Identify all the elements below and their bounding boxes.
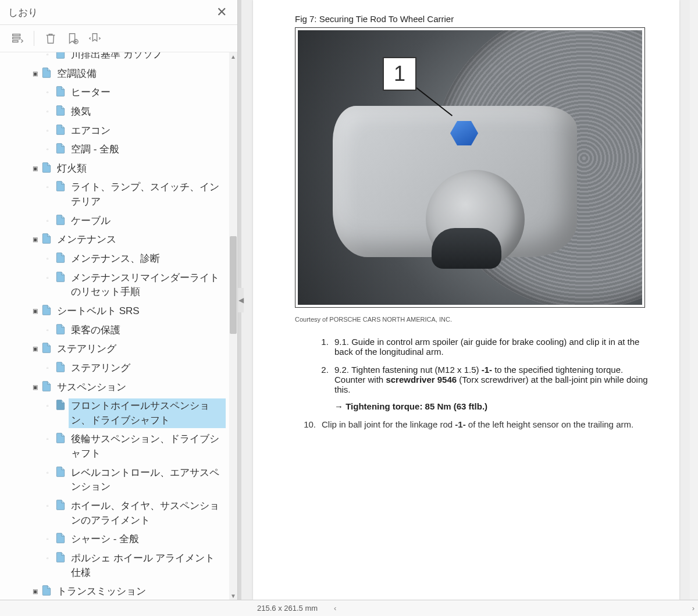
tree-node[interactable]: ▣トランスミッション <box>7 582 227 600</box>
torque-spec: → Tightening torque: 85 Nm (63 ftlb.) <box>334 401 656 411</box>
tree-node-label: トランスミッション <box>55 584 226 600</box>
tree-twisty-icon[interactable]: ▫ <box>47 52 54 59</box>
tree-twisty-icon[interactable]: ▫ <box>47 183 54 192</box>
tree-node[interactable]: ▫シャーシ - 全般 <box>7 530 227 549</box>
tree-node[interactable]: ▫後輪サスペンション、ドライブシャフト <box>7 430 227 463</box>
bookmark-icon <box>55 86 66 97</box>
tree-twisty-icon[interactable]: ▫ <box>47 88 54 97</box>
options-icon[interactable] <box>10 31 24 45</box>
tree-twisty-icon[interactable]: ▫ <box>47 502 54 511</box>
tree-node-label: ケーブル <box>69 213 226 229</box>
step-10: 10. Clip in ball joint for the linkage r… <box>298 419 656 429</box>
panel-collapse-handle[interactable]: ◀ <box>238 288 244 312</box>
tree-twisty-icon[interactable]: ▣ <box>33 307 40 316</box>
tree-node[interactable]: ▣灯火類 <box>7 159 227 179</box>
tree-node-label: 空調設備 <box>55 66 226 82</box>
tree-twisty-icon[interactable]: ▣ <box>33 70 40 79</box>
scroll-up-icon[interactable]: ▲ <box>229 52 237 60</box>
tree-node[interactable]: ▫空調 - 全般 <box>7 140 227 159</box>
document-page: Fig 7: Securing Tie Rod To Wheel Carrier… <box>253 0 679 600</box>
bookmarks-tree[interactable]: ▫川排出基準 カソソノ▣空調設備▫ヒーター▫換気▫エアコン▫空調 - 全般▣灯火… <box>0 52 229 600</box>
figure-caption: Fig 7: Securing Tie Rod To Wheel Carrier <box>295 14 656 24</box>
tree-node[interactable]: ▫エアコン <box>7 122 227 141</box>
tree-twisty-icon[interactable]: ▣ <box>33 587 40 596</box>
tree-node[interactable]: ▫ライト、ランプ、スイッチ、インテリア <box>7 178 227 211</box>
bookmark-icon <box>55 532 66 544</box>
expand-bookmark-icon[interactable] <box>88 31 102 45</box>
tree-twisty-icon[interactable]: ▫ <box>47 554 54 563</box>
tree-twisty-icon[interactable]: ▫ <box>47 469 54 478</box>
tree-twisty-icon[interactable]: ▫ <box>47 364 54 373</box>
doc-scrollbar[interactable] <box>690 0 698 600</box>
image-courtesy: Courtesy of PORSCHE CARS NORTH AMERICA, … <box>295 316 656 323</box>
tree-node[interactable]: ▫ケーブル <box>7 212 227 231</box>
tree-twisty-icon[interactable]: ▫ <box>47 255 54 264</box>
bookmark-icon <box>55 361 66 373</box>
tree-node-label: ヒーター <box>69 85 226 101</box>
tree-node[interactable]: ▣サスペンション <box>7 378 227 397</box>
bookmark-icon <box>41 585 52 596</box>
tree-twisty-icon[interactable]: ▫ <box>47 402 54 411</box>
tree-node-label: 灯火類 <box>55 161 226 177</box>
tree-node[interactable]: ▫ヒーター <box>7 83 227 102</box>
bookmark-icon <box>41 304 52 316</box>
bookmark-icon <box>55 124 66 136</box>
bookmark-icon <box>55 432 66 444</box>
separator <box>34 31 34 46</box>
tree-node[interactable]: ▣メンテナンス <box>7 230 227 250</box>
bookmark-icon <box>55 52 66 59</box>
tree-node[interactable]: ▣ステアリング <box>7 340 227 359</box>
scroll-down-icon[interactable]: ▼ <box>229 592 237 600</box>
add-bookmark-icon[interactable] <box>66 31 80 45</box>
tree-node[interactable]: ▫ホイール、タイヤ、サスペンションのアライメント <box>7 497 227 530</box>
tree-node-label: ステアリング <box>55 341 226 357</box>
bookmarks-toolbar <box>0 25 237 52</box>
tree-twisty-icon[interactable]: ▫ <box>47 435 54 444</box>
tree-node[interactable]: ▫メンテナンスリマインダーライトのリセット手順 <box>7 269 227 302</box>
tree-scrollbar[interactable]: ▲ ▼ <box>229 52 237 600</box>
svg-rect-0 <box>13 34 20 36</box>
tree-node[interactable]: ▫ステアリング <box>7 359 227 378</box>
tree-twisty-icon[interactable]: ▣ <box>33 345 40 354</box>
tree-node[interactable]: ▣シートベルト SRS <box>7 302 227 321</box>
tree-node-label: レベルコントロール、エアサスペンション <box>69 465 226 495</box>
prev-page-button[interactable]: ‹ <box>330 604 340 613</box>
scroll-thumb[interactable] <box>230 236 237 334</box>
bookmark-icon <box>55 252 66 264</box>
tree-twisty-icon[interactable]: ▣ <box>33 236 40 244</box>
tree-node[interactable]: ▣空調設備 <box>7 65 227 84</box>
tree-node[interactable]: ▫換気 <box>7 102 227 122</box>
tree-node[interactable]: ▫レベルコントロール、エアサスペンション <box>7 464 227 497</box>
close-icon[interactable]: ✕ <box>213 5 230 20</box>
tree-twisty-icon[interactable]: ▫ <box>47 326 54 335</box>
tree-twisty-icon[interactable]: ▫ <box>47 127 54 136</box>
tree-node[interactable]: ▫メンテナンス、診断 <box>7 250 227 269</box>
bookmark-icon <box>41 162 52 173</box>
tree-node[interactable]: ▫乗客の保護 <box>7 321 227 340</box>
tree-twisty-icon[interactable]: ▫ <box>47 274 54 283</box>
tree-twisty-icon[interactable]: ▣ <box>33 165 40 173</box>
bookmark-icon <box>55 499 66 511</box>
document-viewport[interactable]: ◀ Fig 7: Securing Tie Rod To Wheel Carri… <box>238 0 698 600</box>
tree-twisty-icon[interactable]: ▫ <box>47 145 54 154</box>
tree-node[interactable]: ▫ポルシェ ホイール アライメント仕様 <box>7 549 227 582</box>
tree-node-label: シャーシ - 全般 <box>69 532 226 547</box>
next-page-button[interactable]: › <box>689 604 698 613</box>
bookmark-icon <box>55 466 66 478</box>
procedure-steps: 9.1. Guide in control arm spoiler (air g… <box>331 337 656 411</box>
trash-icon[interactable] <box>44 31 58 45</box>
bookmark-icon <box>41 342 52 354</box>
tree-node[interactable]: ▫フロントホイールサスペンション、ドライブシャフト <box>7 397 227 430</box>
tree-twisty-icon[interactable]: ▫ <box>47 535 54 544</box>
tree-node[interactable]: ▫川排出基準 カソソノ <box>7 52 227 65</box>
bookmark-icon <box>55 271 66 283</box>
tree-twisty-icon[interactable]: ▫ <box>47 217 54 226</box>
tree-twisty-icon[interactable]: ▫ <box>47 108 54 116</box>
bookmark-icon <box>55 323 66 335</box>
svg-rect-1 <box>13 37 20 39</box>
tree-twisty-icon[interactable]: ▣ <box>33 383 40 392</box>
bookmarks-title: しおり <box>8 6 38 19</box>
tree-node-label: サスペンション <box>55 380 226 396</box>
tree-node-label: 乗客の保護 <box>69 323 226 339</box>
tree-node-label: 換気 <box>69 104 226 120</box>
